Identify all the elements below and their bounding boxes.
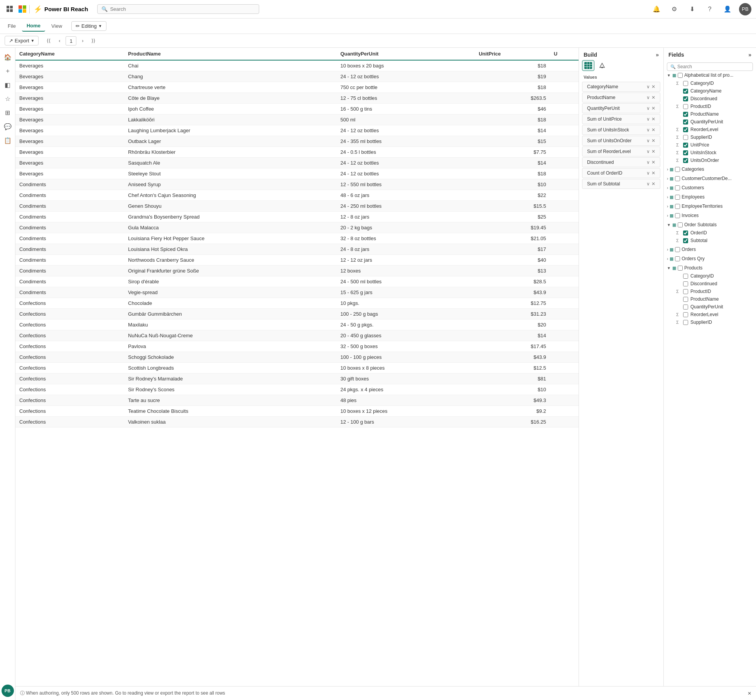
close-icon[interactable]: ✕: [651, 160, 655, 165]
field-item[interactable]: QuantityPerUnit: [664, 303, 756, 311]
chevron-down-icon[interactable]: ∨: [646, 170, 650, 176]
close-icon[interactable]: ✕: [651, 138, 655, 143]
field-item[interactable]: Σ ProductID: [664, 288, 756, 295]
close-icon[interactable]: ✕: [651, 106, 655, 111]
chevron-down-icon[interactable]: ∨: [646, 149, 650, 154]
field-checkbox[interactable]: [683, 281, 688, 286]
field-item[interactable]: Σ UnitsInStock: [664, 149, 756, 156]
build-field-actions[interactable]: ∨ ✕: [646, 181, 655, 187]
build-field-actions[interactable]: ∨ ✕: [646, 106, 655, 111]
export-button[interactable]: ↗ Export ▼: [5, 36, 39, 45]
field-checkbox[interactable]: [683, 127, 688, 132]
field-checkbox[interactable]: [683, 150, 688, 155]
avatar[interactable]: PB: [739, 3, 751, 15]
download-icon[interactable]: ⬇: [686, 3, 698, 15]
close-icon[interactable]: ✕: [651, 181, 655, 187]
field-item[interactable]: Discontinued: [664, 95, 756, 103]
field-group-header[interactable]: › ▦ Categories: [664, 165, 756, 173]
close-icon[interactable]: ✕: [651, 116, 655, 122]
group-checkbox[interactable]: [678, 73, 683, 78]
field-item[interactable]: Σ CategoryID: [664, 79, 756, 87]
group-checkbox[interactable]: [675, 247, 680, 252]
group-checkbox[interactable]: [675, 256, 680, 261]
fields-expand-icon[interactable]: »: [748, 52, 751, 58]
build-expand-icon[interactable]: »: [656, 52, 659, 58]
field-checkbox[interactable]: [683, 158, 688, 163]
build-field-actions[interactable]: ∨ ✕: [646, 160, 655, 165]
build-field-item[interactable]: CategoryName ∨ ✕: [582, 82, 660, 92]
editing-button[interactable]: ✏ Editing ▼: [71, 21, 106, 31]
group-checkbox[interactable]: [675, 204, 680, 209]
chevron-down-icon[interactable]: ∨: [646, 95, 650, 100]
field-group-header[interactable]: › ▦ Employees: [664, 193, 756, 201]
grid-menu-icon[interactable]: [5, 4, 15, 15]
chevron-down-icon[interactable]: ∨: [646, 127, 650, 133]
build-field-item[interactable]: ProductName ∨ ✕: [582, 93, 660, 103]
fields-search[interactable]: 🔍: [667, 62, 753, 71]
field-item[interactable]: Σ ReorderLevel: [664, 311, 756, 318]
next-page-button[interactable]: ›: [78, 36, 87, 45]
group-checkbox[interactable]: [678, 222, 683, 227]
sidebar-home-icon[interactable]: 🏠: [2, 51, 14, 63]
build-field-item[interactable]: Sum of UnitsOnOrder ∨ ✕: [582, 136, 660, 146]
close-icon[interactable]: ✕: [651, 170, 655, 176]
build-field-item[interactable]: QuantityPerUnit ∨ ✕: [582, 103, 660, 113]
tab-view[interactable]: View: [47, 21, 67, 31]
sidebar-add-icon[interactable]: ＋: [2, 65, 14, 77]
field-item[interactable]: CategoryID: [664, 272, 756, 280]
build-field-item[interactable]: Sum of ReorderLevel ∨ ✕: [582, 146, 660, 156]
field-group-header[interactable]: › ▦ Customers: [664, 183, 756, 192]
build-field-actions[interactable]: ∨ ✕: [646, 138, 655, 143]
sidebar-star-icon[interactable]: ☆: [2, 93, 14, 105]
field-checkbox[interactable]: [683, 119, 688, 125]
field-item[interactable]: Σ ReorderLevel: [664, 126, 756, 133]
field-checkbox[interactable]: [683, 305, 688, 310]
settings-icon[interactable]: ⚙: [668, 3, 680, 15]
field-checkbox[interactable]: [683, 143, 688, 148]
field-item[interactable]: Σ SupplierID: [664, 318, 756, 326]
field-checkbox[interactable]: [683, 238, 688, 243]
build-field-actions[interactable]: ∨ ✕: [646, 127, 655, 133]
group-checkbox[interactable]: [675, 213, 680, 218]
last-page-button[interactable]: ⟩⟩: [89, 36, 98, 45]
build-field-item[interactable]: Count of OrderID ∨ ✕: [582, 168, 660, 178]
tab-file[interactable]: File: [3, 21, 20, 31]
build-tab-format[interactable]: [596, 60, 608, 71]
field-item[interactable]: Σ UnitsOnOrder: [664, 156, 756, 164]
field-checkbox[interactable]: [683, 89, 688, 94]
group-checkbox[interactable]: [675, 185, 680, 190]
help-icon[interactable]: ?: [704, 3, 716, 15]
field-group-header[interactable]: ▼ ▦ Order Subtotals: [664, 220, 756, 229]
field-group-header[interactable]: › ▦ Orders Qry: [664, 254, 756, 263]
field-checkbox[interactable]: [683, 231, 688, 236]
field-group-header[interactable]: › ▦ Orders: [664, 245, 756, 254]
sidebar-profile-icon[interactable]: PB: [2, 685, 14, 697]
prev-page-button[interactable]: ‹: [55, 36, 64, 45]
field-item[interactable]: CategoryName: [664, 87, 756, 95]
data-area[interactable]: CategoryName ProductName QuantityPerUnit…: [15, 48, 579, 700]
field-checkbox[interactable]: [683, 274, 688, 279]
field-checkbox[interactable]: [683, 135, 688, 140]
field-checkbox[interactable]: [683, 96, 688, 101]
close-icon[interactable]: ✕: [651, 127, 655, 133]
field-checkbox[interactable]: [683, 112, 688, 117]
field-checkbox[interactable]: [683, 289, 688, 294]
build-field-actions[interactable]: ∨ ✕: [646, 170, 655, 176]
field-group-header[interactable]: ▼ ▦ Products: [664, 264, 756, 272]
field-checkbox[interactable]: [683, 297, 688, 302]
build-tab-table[interactable]: [582, 60, 594, 71]
close-icon[interactable]: ✕: [651, 84, 655, 89]
field-checkbox[interactable]: [683, 81, 688, 86]
build-field-item[interactable]: Discontinued ∨ ✕: [582, 157, 660, 167]
first-page-button[interactable]: ⟨⟨: [44, 36, 53, 45]
tab-home[interactable]: Home: [22, 20, 45, 32]
chevron-down-icon[interactable]: ∨: [646, 106, 650, 111]
build-field-actions[interactable]: ∨ ✕: [646, 149, 655, 154]
chevron-down-icon[interactable]: ∨: [646, 84, 650, 89]
search-bar[interactable]: 🔍: [97, 4, 259, 14]
field-item[interactable]: Σ SupplierID: [664, 133, 756, 141]
search-input[interactable]: [110, 6, 255, 12]
bottom-notice-close[interactable]: ✕: [748, 691, 751, 696]
sidebar-layout-icon[interactable]: ◧: [2, 79, 14, 91]
build-field-actions[interactable]: ∨ ✕: [646, 84, 655, 89]
